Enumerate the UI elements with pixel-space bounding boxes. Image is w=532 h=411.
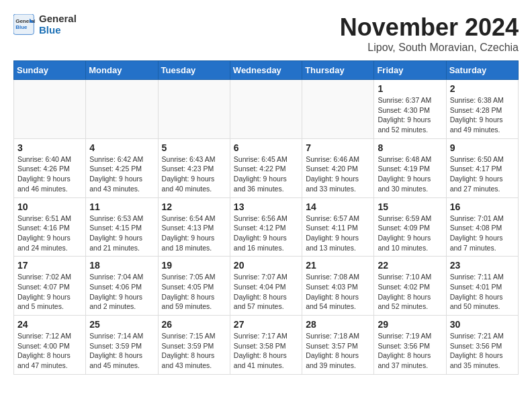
calendar-cell (158, 80, 230, 139)
day-info: Sunrise: 6:45 AMSunset: 4:22 PMDaylight:… (234, 154, 298, 194)
calendar-cell: 13Sunrise: 6:56 AMSunset: 4:12 PMDayligh… (230, 197, 302, 257)
page-header: General Blue General Blue November 2024 … (13, 13, 519, 54)
day-info: Sunrise: 6:51 AMSunset: 4:16 PMDaylight:… (17, 214, 82, 253)
calendar-header-row: SundayMondayTuesdayWednesdayThursdayFrid… (14, 61, 519, 80)
day-info: Sunrise: 7:17 AMSunset: 3:58 PMDaylight:… (234, 331, 298, 371)
calendar-cell: 28Sunrise: 7:18 AMSunset: 3:57 PMDayligh… (302, 316, 374, 375)
calendar-cell: 24Sunrise: 7:12 AMSunset: 4:00 PMDayligh… (14, 316, 86, 375)
calendar-cell (230, 80, 302, 139)
day-number: 14 (306, 201, 370, 212)
day-number: 25 (89, 319, 154, 330)
calendar-cell (86, 80, 158, 139)
day-info: Sunrise: 7:14 AMSunset: 3:59 PMDaylight:… (89, 331, 154, 371)
day-info: Sunrise: 6:40 AMSunset: 4:26 PMDaylight:… (17, 154, 82, 194)
day-number: 24 (17, 319, 82, 330)
calendar-cell: 3Sunrise: 6:40 AMSunset: 4:26 PMDaylight… (14, 138, 86, 197)
day-number: 2 (450, 83, 515, 94)
calendar-cell: 21Sunrise: 7:08 AMSunset: 4:03 PMDayligh… (302, 257, 374, 316)
day-info: Sunrise: 6:46 AMSunset: 4:20 PMDaylight:… (306, 154, 370, 194)
calendar-cell: 6Sunrise: 6:45 AMSunset: 4:22 PMDaylight… (230, 138, 302, 197)
svg-text:Blue: Blue (15, 24, 28, 30)
day-number: 26 (162, 319, 226, 330)
day-info: Sunrise: 6:57 AMSunset: 4:11 PMDaylight:… (306, 214, 370, 253)
day-info: Sunrise: 7:21 AMSunset: 3:56 PMDaylight:… (450, 331, 515, 371)
header-monday: Monday (86, 61, 158, 80)
calendar-cell: 19Sunrise: 7:05 AMSunset: 4:05 PMDayligh… (158, 257, 230, 316)
calendar-cell: 7Sunrise: 6:46 AMSunset: 4:20 PMDaylight… (302, 138, 374, 197)
calendar-cell: 15Sunrise: 6:59 AMSunset: 4:09 PMDayligh… (374, 197, 446, 257)
calendar-cell: 14Sunrise: 6:57 AMSunset: 4:11 PMDayligh… (302, 197, 374, 257)
day-info: Sunrise: 7:05 AMSunset: 4:05 PMDaylight:… (162, 272, 226, 312)
day-number: 7 (306, 142, 370, 153)
day-info: Sunrise: 7:04 AMSunset: 4:06 PMDaylight:… (89, 272, 154, 312)
header-thursday: Thursday (302, 61, 374, 80)
calendar-week-0: 1Sunrise: 6:37 AMSunset: 4:30 PMDaylight… (14, 80, 519, 139)
logo-general-text: General (39, 13, 77, 25)
day-info: Sunrise: 7:08 AMSunset: 4:03 PMDaylight:… (306, 272, 370, 312)
day-info: Sunrise: 6:50 AMSunset: 4:17 PMDaylight:… (450, 154, 515, 194)
calendar-week-4: 24Sunrise: 7:12 AMSunset: 4:00 PMDayligh… (14, 316, 519, 375)
day-number: 21 (306, 260, 370, 271)
day-number: 5 (162, 142, 226, 153)
day-number: 3 (17, 142, 82, 153)
calendar-cell: 16Sunrise: 7:01 AMSunset: 4:08 PMDayligh… (446, 197, 518, 257)
day-number: 1 (378, 83, 442, 94)
day-number: 11 (89, 201, 154, 212)
calendar-cell: 8Sunrise: 6:48 AMSunset: 4:19 PMDaylight… (374, 138, 446, 197)
calendar-cell: 23Sunrise: 7:11 AMSunset: 4:01 PMDayligh… (446, 257, 518, 316)
calendar-week-2: 10Sunrise: 6:51 AMSunset: 4:16 PMDayligh… (14, 197, 519, 257)
calendar-cell: 11Sunrise: 6:53 AMSunset: 4:15 PMDayligh… (86, 197, 158, 257)
header-sunday: Sunday (14, 61, 86, 80)
day-number: 29 (378, 319, 442, 330)
calendar-cell: 4Sunrise: 6:42 AMSunset: 4:25 PMDaylight… (86, 138, 158, 197)
header-tuesday: Tuesday (158, 61, 230, 80)
day-info: Sunrise: 6:48 AMSunset: 4:19 PMDaylight:… (378, 154, 442, 194)
calendar-cell: 1Sunrise: 6:37 AMSunset: 4:30 PMDaylight… (374, 80, 446, 139)
calendar-week-3: 17Sunrise: 7:02 AMSunset: 4:07 PMDayligh… (14, 257, 519, 316)
day-number: 27 (234, 319, 298, 330)
day-info: Sunrise: 6:37 AMSunset: 4:30 PMDaylight:… (378, 95, 442, 135)
day-info: Sunrise: 7:02 AMSunset: 4:07 PMDaylight:… (17, 272, 82, 312)
day-info: Sunrise: 7:11 AMSunset: 4:01 PMDaylight:… (450, 272, 515, 312)
calendar-cell: 27Sunrise: 7:17 AMSunset: 3:58 PMDayligh… (230, 316, 302, 375)
day-number: 15 (378, 201, 442, 212)
calendar-cell: 2Sunrise: 6:38 AMSunset: 4:28 PMDaylight… (446, 80, 518, 139)
day-info: Sunrise: 7:19 AMSunset: 3:56 PMDaylight:… (378, 331, 442, 371)
calendar-cell: 25Sunrise: 7:14 AMSunset: 3:59 PMDayligh… (86, 316, 158, 375)
day-info: Sunrise: 7:18 AMSunset: 3:57 PMDaylight:… (306, 331, 370, 371)
day-number: 18 (89, 260, 154, 271)
day-info: Sunrise: 6:56 AMSunset: 4:12 PMDaylight:… (234, 214, 298, 253)
calendar-title: November 2024 (340, 13, 519, 42)
day-number: 8 (378, 142, 442, 153)
day-number: 22 (378, 260, 442, 271)
day-info: Sunrise: 6:54 AMSunset: 4:13 PMDaylight:… (162, 214, 226, 253)
calendar-cell: 29Sunrise: 7:19 AMSunset: 3:56 PMDayligh… (374, 316, 446, 375)
day-number: 9 (450, 142, 515, 153)
logo-blue-text: Blue (39, 25, 77, 36)
calendar-cell: 17Sunrise: 7:02 AMSunset: 4:07 PMDayligh… (14, 257, 86, 316)
header-wednesday: Wednesday (230, 61, 302, 80)
day-number: 20 (234, 260, 298, 271)
calendar-cell: 26Sunrise: 7:15 AMSunset: 3:59 PMDayligh… (158, 316, 230, 375)
calendar-cell: 12Sunrise: 6:54 AMSunset: 4:13 PMDayligh… (158, 197, 230, 257)
calendar-cell: 22Sunrise: 7:10 AMSunset: 4:02 PMDayligh… (374, 257, 446, 316)
day-number: 10 (17, 201, 82, 212)
title-area: November 2024 Lipov, South Moravian, Cze… (340, 13, 519, 54)
day-info: Sunrise: 6:42 AMSunset: 4:25 PMDaylight:… (89, 154, 154, 194)
calendar-week-1: 3Sunrise: 6:40 AMSunset: 4:26 PMDaylight… (14, 138, 519, 197)
day-number: 17 (17, 260, 82, 271)
day-info: Sunrise: 7:01 AMSunset: 4:08 PMDaylight:… (450, 214, 515, 253)
day-number: 19 (162, 260, 226, 271)
header-saturday: Saturday (446, 61, 518, 80)
calendar-cell: 30Sunrise: 7:21 AMSunset: 3:56 PMDayligh… (446, 316, 518, 375)
day-info: Sunrise: 6:53 AMSunset: 4:15 PMDaylight:… (89, 214, 154, 253)
day-info: Sunrise: 7:12 AMSunset: 4:00 PMDaylight:… (17, 331, 82, 371)
day-number: 23 (450, 260, 515, 271)
logo: General Blue General Blue (13, 13, 77, 36)
calendar-subtitle: Lipov, South Moravian, Czechia (340, 42, 519, 54)
day-info: Sunrise: 6:38 AMSunset: 4:28 PMDaylight:… (450, 95, 515, 135)
day-number: 12 (162, 201, 226, 212)
day-info: Sunrise: 7:07 AMSunset: 4:04 PMDaylight:… (234, 272, 298, 312)
calendar-table: SundayMondayTuesdayWednesdayThursdayFrid… (13, 60, 519, 375)
calendar-cell: 5Sunrise: 6:43 AMSunset: 4:23 PMDaylight… (158, 138, 230, 197)
